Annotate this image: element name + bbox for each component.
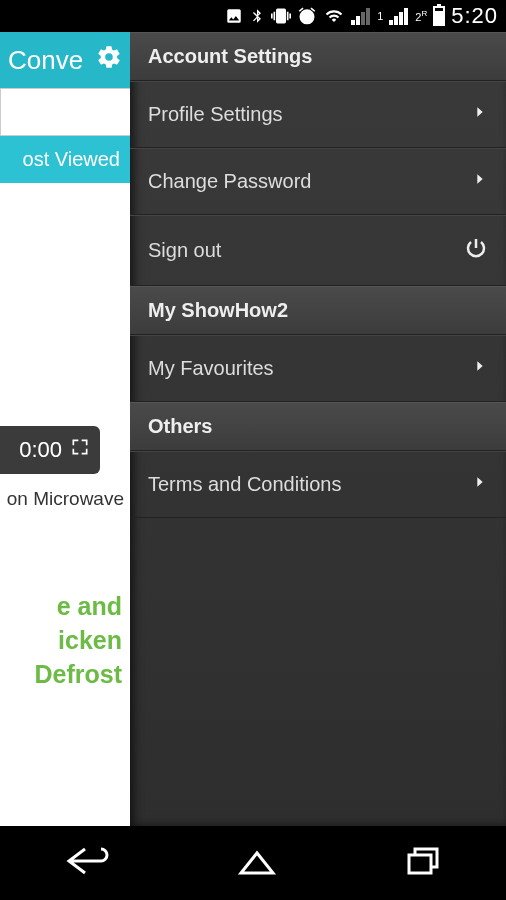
row-label: Sign out	[148, 239, 221, 262]
bluetooth-icon	[249, 6, 265, 26]
row-label: Terms and Conditions	[148, 473, 341, 496]
row-profile-settings[interactable]: Profile Settings	[130, 81, 506, 148]
status-time: 5:20	[451, 3, 498, 29]
search-input[interactable]	[0, 88, 130, 136]
section-my-showhow2: My ShowHow2	[130, 286, 506, 335]
video-title: e and icken Defrost	[0, 510, 130, 691]
wifi-icon	[323, 7, 345, 25]
row-label: Profile Settings	[148, 103, 283, 126]
recents-button[interactable]	[403, 845, 443, 881]
status-bar: 1 2R 5:20	[0, 0, 506, 32]
chevron-right-icon	[472, 102, 488, 127]
app-title: Conve	[8, 45, 83, 76]
section-account-settings: Account Settings	[130, 32, 506, 81]
app-screen: Conve ost Viewed 0:00 on Microwav	[0, 32, 506, 826]
chevron-right-icon	[472, 169, 488, 194]
video-caption: on Microwave	[0, 474, 130, 510]
search-row	[0, 88, 130, 136]
power-icon	[464, 236, 488, 265]
tab-most-viewed[interactable]: ost Viewed	[0, 136, 130, 186]
section-others: Others	[130, 402, 506, 451]
chevron-right-icon	[472, 472, 488, 497]
tab-label: ost Viewed	[23, 148, 120, 171]
vibrate-icon	[271, 6, 291, 26]
row-sign-out[interactable]: Sign out	[130, 215, 506, 286]
back-button[interactable]	[63, 845, 111, 881]
main-content-peek[interactable]: Conve ost Viewed 0:00 on Microwav	[0, 32, 130, 826]
sim2-label: 2R	[415, 9, 427, 23]
video-card[interactable]: 0:00 on Microwave e and icken Defrost	[0, 426, 130, 691]
gear-icon[interactable]	[96, 44, 122, 77]
row-change-password[interactable]: Change Password	[130, 148, 506, 215]
picture-icon	[225, 7, 243, 25]
duration-text: 0:00	[19, 437, 62, 463]
row-label: Change Password	[148, 170, 311, 193]
svg-rect-0	[409, 855, 431, 873]
video-duration-pill: 0:00	[0, 426, 100, 474]
row-my-favourites[interactable]: My Favourites	[130, 335, 506, 402]
chevron-right-icon	[472, 356, 488, 381]
app-bar: Conve	[0, 32, 130, 88]
row-terms[interactable]: Terms and Conditions	[130, 451, 506, 518]
sim1-label: 1	[377, 10, 383, 22]
row-label: My Favourites	[148, 357, 274, 380]
battery-icon	[433, 6, 445, 26]
alarm-icon	[297, 6, 317, 26]
android-nav-bar	[0, 826, 506, 900]
home-button[interactable]	[237, 845, 277, 881]
signal-2-icon	[389, 8, 408, 25]
fullscreen-icon	[70, 437, 90, 463]
signal-1-icon	[351, 8, 370, 25]
settings-drawer: Account Settings Profile Settings Change…	[130, 32, 506, 826]
